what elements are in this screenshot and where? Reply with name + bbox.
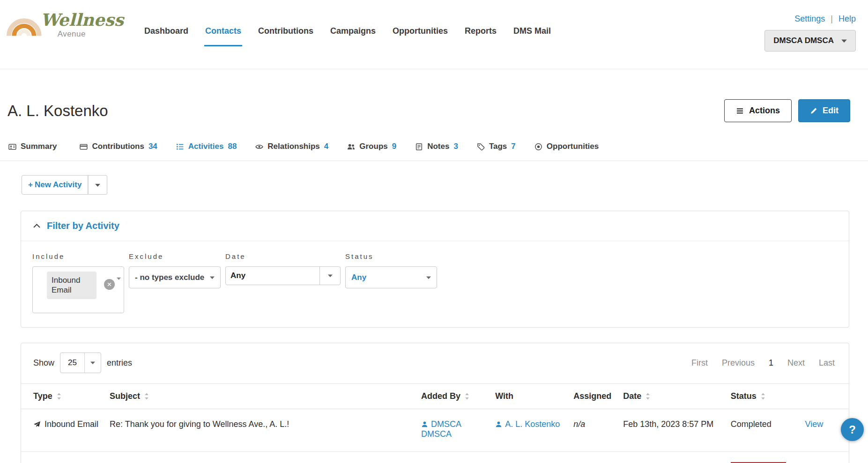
opportunities-icon	[534, 143, 542, 151]
nav-contributions[interactable]: Contributions	[258, 26, 313, 36]
tab-count: 88	[228, 142, 237, 151]
filter-collapse-header[interactable]: Filter by Activity	[21, 211, 849, 241]
page-title: A. L. Kostenko	[7, 102, 108, 120]
remove-tag-icon[interactable]	[104, 279, 115, 290]
nav-contacts[interactable]: Contacts	[205, 26, 241, 36]
new-activity-dropdown-button[interactable]	[88, 175, 107, 195]
column-header-assigned[interactable]: Assigned	[568, 384, 617, 409]
new-activity-split-button: + New Activity	[22, 175, 107, 195]
nav-opportunities[interactable]: Opportunities	[393, 26, 448, 36]
title-row: A. L. Kostenko Actions Edit	[7, 99, 850, 122]
exclude-label: Exclude	[129, 252, 221, 260]
activity-subject: Re: [CanadaHelps Mail Draft] LAST CHANCE…	[104, 452, 415, 463]
main-nav: Dashboard Contacts Contributions Campaig…	[144, 26, 551, 36]
pagination-previous[interactable]: Previous	[722, 358, 755, 368]
tab-label: Groups	[359, 142, 387, 151]
date-value: Any	[226, 267, 319, 285]
help-fab-button[interactable]: ?	[841, 418, 864, 441]
chevron-down-icon	[328, 274, 333, 277]
include-multiselect[interactable]: Inbound Email	[32, 266, 124, 313]
view-activity-link[interactable]: View	[805, 419, 823, 429]
activities-icon	[176, 143, 184, 151]
user-menu-button[interactable]: DMSCA DMSCA	[764, 30, 856, 51]
brand-logo[interactable]: Wellness Avenue	[6, 4, 124, 43]
activity-subject: Re: Thank you for giving to Wellness Ave…	[104, 409, 415, 452]
header-right: Settings | Help DMSCA DMSCA	[764, 14, 856, 51]
activity-date: Feb 13th, 2023 8:57 PM	[617, 409, 725, 452]
settings-link[interactable]: Settings	[794, 14, 825, 24]
pagination-current-page[interactable]: 1	[769, 358, 773, 368]
show-label: Show	[33, 358, 54, 368]
column-header-status[interactable]: Status	[725, 384, 800, 409]
sort-icon	[465, 393, 469, 400]
status-label: Status	[345, 252, 437, 260]
tab-contributions[interactable]: Contributions 34	[80, 142, 157, 151]
page-size-select[interactable]: 25	[60, 353, 101, 373]
entries-label: entries	[107, 358, 132, 368]
top-links: Settings | Help	[794, 14, 856, 24]
contributions-icon	[80, 143, 88, 151]
notes-icon	[415, 143, 423, 151]
contact-tabs: Summary Contributions 34 Activities 88 R…	[0, 142, 868, 161]
tab-opportunities[interactable]: Opportunities	[534, 142, 603, 151]
groups-icon	[347, 143, 355, 151]
brand-name: Wellness	[41, 11, 124, 28]
nav-reports[interactable]: Reports	[465, 26, 497, 36]
tab-count: 34	[148, 142, 157, 151]
chevron-down-icon	[117, 277, 121, 280]
sort-icon	[57, 393, 61, 400]
column-header-added-by[interactable]: Added By	[415, 384, 490, 409]
nav-dashboard[interactable]: Dashboard	[144, 26, 188, 36]
chevron-down-icon	[426, 276, 431, 279]
actions-button[interactable]: Actions	[724, 99, 792, 122]
tab-notes[interactable]: Notes 3	[415, 142, 458, 151]
chevron-up-icon	[33, 224, 40, 228]
date-select[interactable]: Any	[225, 266, 341, 285]
column-header-subject[interactable]: Subject	[104, 384, 415, 409]
nav-campaigns[interactable]: Campaigns	[330, 26, 376, 36]
pagination-first[interactable]: First	[691, 358, 708, 368]
tab-label: Summary	[21, 142, 57, 151]
activities-table: Type Subject Added By With Assigned Date…	[21, 383, 849, 463]
chevron-down-icon	[90, 361, 95, 364]
tab-count: 7	[511, 142, 515, 151]
tags-icon	[477, 143, 485, 151]
with-contact-link[interactable]: A. L. Kostenko	[495, 419, 560, 429]
help-link[interactable]: Help	[838, 14, 856, 24]
exclude-value: - no types exclude	[135, 273, 204, 282]
column-header-with[interactable]: With	[490, 384, 568, 409]
menu-icon	[736, 107, 744, 115]
filter-panel: Filter by Activity Include Inbound Email…	[21, 211, 849, 328]
column-header-date[interactable]: Date	[617, 384, 725, 409]
tab-label: Relationships	[267, 142, 319, 151]
page-size-value: 25	[60, 353, 84, 373]
pagination-next[interactable]: Next	[787, 358, 805, 368]
table-row: Inbound Email Re: [CanadaHelps Mail Draf…	[21, 452, 849, 463]
table-row: Inbound Email Re: Thank you for giving t…	[21, 409, 849, 452]
tab-activities[interactable]: Activities 88	[176, 142, 237, 151]
tab-relationships[interactable]: Relationships 4	[255, 142, 328, 151]
date-label: Date	[225, 252, 341, 260]
tab-tags[interactable]: Tags 7	[477, 142, 516, 151]
column-header-type[interactable]: Type	[21, 384, 104, 409]
status-select[interactable]: Any	[345, 266, 437, 288]
nav-dms-mail[interactable]: DMS Mail	[513, 26, 551, 36]
tab-groups[interactable]: Groups 9	[347, 142, 396, 151]
added-by-contact-link[interactable]: DMSCA DMSCA	[421, 419, 461, 439]
tab-label: Contributions	[92, 142, 144, 151]
tab-summary[interactable]: Summary	[8, 142, 61, 151]
person-icon	[421, 421, 428, 428]
user-name: DMSCA DMSCA	[773, 36, 834, 45]
activity-date: Dec 6th, 2022 11:48 AM	[617, 452, 725, 463]
pagination-last[interactable]: Last	[819, 358, 835, 368]
sort-icon	[645, 393, 650, 400]
new-activity-button[interactable]: + New Activity	[22, 175, 88, 195]
pagination: First Previous 1 Next Last	[691, 358, 837, 368]
tab-count: 4	[324, 142, 328, 151]
exclude-select[interactable]: - no types exclude	[129, 266, 221, 288]
column-header-actions	[799, 384, 849, 409]
tab-label: Tags	[489, 142, 507, 151]
edit-button[interactable]: Edit	[798, 99, 850, 122]
brand-subname: Avenue	[58, 29, 124, 39]
include-label: Include	[32, 252, 124, 260]
